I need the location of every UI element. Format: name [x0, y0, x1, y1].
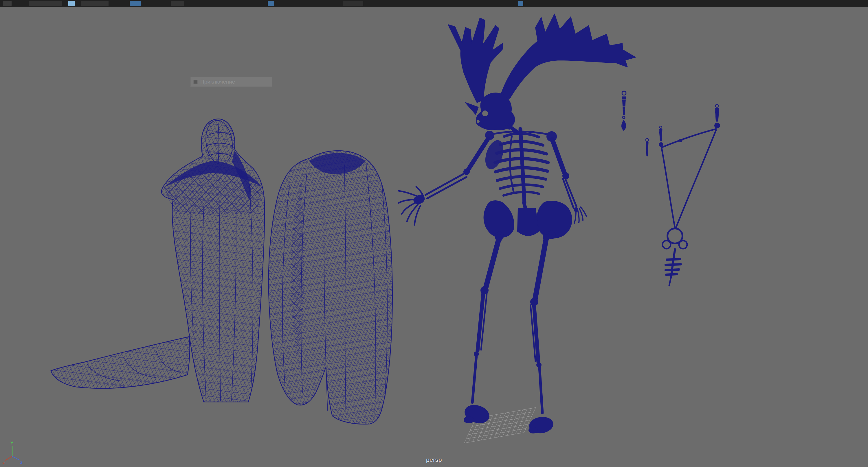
leg-left[interactable] — [462, 234, 503, 426]
coat-body[interactable] — [269, 151, 393, 424]
field-icon — [193, 80, 198, 84]
camera-label: persp — [426, 456, 442, 463]
eye-socket — [482, 110, 488, 116]
toolbar-segment[interactable] — [343, 1, 363, 6]
coat-mesh[interactable] — [269, 151, 393, 424]
ribcage[interactable] — [482, 131, 557, 196]
top-toolbar — [0, 0, 868, 7]
toolbar-segment[interactable] — [81, 1, 108, 6]
earring-mesh-small[interactable] — [646, 138, 649, 156]
toolbar-segment[interactable] — [29, 1, 62, 6]
nostril — [477, 120, 479, 123]
window-menu-button[interactable] — [3, 1, 11, 6]
axis-gizmo[interactable]: Y x z — [1, 440, 33, 467]
toolbar-highlight-segment[interactable] — [68, 1, 75, 6]
z-axis-line — [12, 456, 19, 460]
skeleton-mesh[interactable] — [399, 14, 636, 435]
z-axis-label: z — [20, 460, 23, 465]
key-necklace-mesh[interactable] — [659, 104, 720, 286]
toolbar-segment[interactable] — [171, 1, 184, 6]
toolbar-accent-segment[interactable] — [130, 1, 141, 6]
y-axis-label: Y — [10, 440, 13, 445]
ear — [464, 102, 479, 115]
cape-mesh[interactable] — [51, 119, 265, 402]
cape-train[interactable] — [51, 337, 190, 388]
x-axis-label: x — [2, 460, 5, 465]
claw-fingers — [399, 187, 423, 225]
arm-left[interactable] — [399, 139, 488, 225]
viewport-canvas[interactable] — [0, 0, 868, 467]
field-text: Приключение — [200, 79, 235, 85]
antler-left[interactable] — [448, 18, 503, 103]
pelvis[interactable] — [484, 201, 572, 240]
earring-mesh-large[interactable] — [621, 91, 626, 131]
x-axis-line — [5, 456, 12, 460]
toolbar-accent-segment[interactable] — [518, 1, 523, 6]
leg-right[interactable] — [528, 233, 555, 435]
antler-right[interactable] — [499, 14, 636, 100]
floating-text-field[interactable]: Приключение — [190, 77, 272, 87]
toolbar-accent-segment[interactable] — [268, 1, 274, 6]
